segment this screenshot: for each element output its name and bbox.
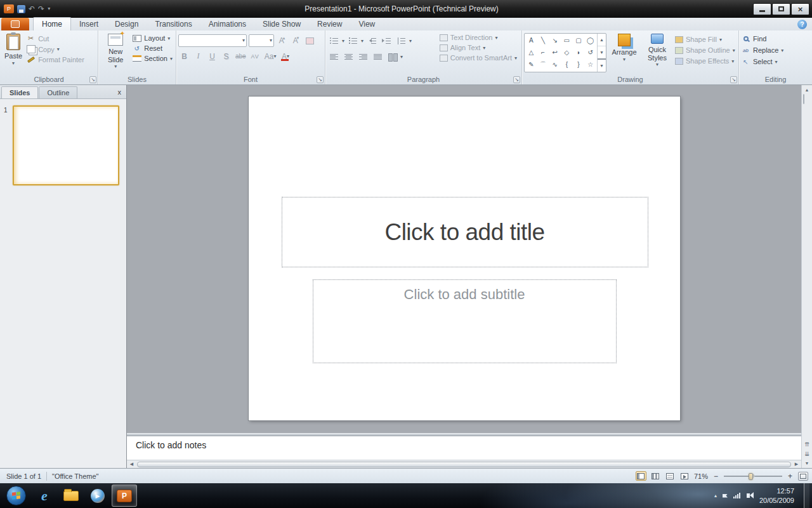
subtitle-placeholder[interactable]: Click to add subtitle (313, 279, 617, 363)
bold-button[interactable]: B (178, 50, 190, 62)
character-spacing-button[interactable]: AV (249, 50, 261, 62)
copy-button[interactable]: Copy ▾ (26, 45, 84, 53)
justify-button[interactable] (371, 51, 384, 62)
ribbon-tab[interactable]: Insert (71, 18, 107, 30)
align-left-button[interactable] (327, 51, 340, 62)
shape-item[interactable]: { (566, 62, 568, 68)
align-center-button[interactable] (342, 51, 355, 62)
decrease-indent-button[interactable] (365, 35, 378, 46)
arrange-button[interactable]: Arrange ▾ (606, 32, 642, 74)
text-shadow-button[interactable]: S (220, 50, 232, 62)
paste-button[interactable]: Paste ▾ (2, 32, 25, 74)
change-case-button[interactable]: Aa▾ (263, 50, 278, 62)
font-color-button[interactable]: A▾ (279, 50, 291, 62)
numbering-button[interactable] (346, 35, 359, 46)
vertical-scrollbar-track[interactable] (802, 95, 812, 439)
start-button[interactable] (6, 486, 26, 505)
slide-sorter-view-button[interactable] (650, 471, 661, 481)
format-painter-button[interactable]: Format Painter (26, 56, 84, 64)
replace-button[interactable]: ab Replace ▾ (741, 46, 810, 54)
ribbon-tab[interactable]: Slide Show (254, 18, 309, 30)
font-name-combo[interactable]: ▾ (178, 34, 247, 47)
shape-item[interactable]: ↘ (552, 37, 557, 44)
shape-item[interactable]: ◯ (587, 37, 594, 44)
panel-close-button[interactable]: x (118, 88, 122, 96)
ribbon-tab[interactable]: Design (107, 18, 147, 30)
clock[interactable]: 12:57 20/05/2009 (756, 486, 798, 505)
font-size-combo[interactable]: ▾ (249, 34, 274, 47)
theme-name[interactable]: "Office Theme" (52, 472, 98, 480)
paragraph-dialog-launcher[interactable]: ↘ (513, 76, 520, 83)
select-button[interactable]: ↖ Select ▾ (741, 58, 810, 65)
strikethrough-button[interactable]: abe (234, 50, 247, 62)
redo-icon[interactable]: ↷ (38, 5, 44, 13)
minimize-button[interactable] (753, 3, 771, 15)
undo-icon[interactable]: ↶ (29, 5, 35, 13)
italic-button[interactable]: I (192, 50, 204, 62)
volume-icon[interactable] (747, 493, 750, 498)
help-button[interactable]: ? (797, 20, 807, 29)
next-slide-button[interactable]: ⇊ (802, 449, 812, 458)
shape-item[interactable]: } (577, 62, 579, 68)
tray-expand-icon[interactable]: ▴ (714, 493, 717, 498)
columns-button[interactable] (386, 51, 398, 62)
ribbon-tab[interactable]: Transitions (147, 18, 200, 30)
action-center-icon[interactable] (723, 494, 728, 498)
panel-tab[interactable]: Outline (39, 86, 77, 98)
panel-tab[interactable]: Slides (1, 86, 38, 98)
shape-item[interactable]: ▭ (564, 37, 570, 44)
slideshow-view-button[interactable] (679, 471, 690, 481)
align-right-button[interactable] (357, 51, 369, 62)
shape-item[interactable]: ↺ (587, 50, 593, 56)
slide-thumbnail[interactable] (13, 105, 119, 185)
shapes-scroll-down-button[interactable]: ▼ (598, 46, 606, 58)
section-button[interactable]: Section ▾ (132, 55, 173, 62)
align-text-button[interactable]: Align Text ▾ (440, 44, 517, 51)
numbering-dropdown-icon[interactable]: ▾ (361, 39, 363, 44)
show-desktop-button[interactable] (804, 483, 809, 508)
normal-view-button[interactable] (636, 471, 646, 481)
shape-item[interactable]: ↩ (552, 50, 557, 56)
zoom-out-button[interactable]: − (712, 472, 720, 481)
shape-item[interactable]: ◗ (577, 50, 580, 56)
shapes-scroll-up-button[interactable]: ▲ (598, 34, 606, 46)
shapes-more-button[interactable]: ▼ (598, 58, 606, 72)
network-icon[interactable] (733, 493, 741, 498)
app-icon[interactable]: P (4, 4, 14, 13)
ribbon-tab[interactable]: Animations (200, 18, 254, 30)
find-button[interactable]: Find (741, 35, 810, 43)
taskbar-ie-button[interactable]: e (32, 485, 57, 507)
text-direction-button[interactable]: Text Direction ▾ (440, 34, 517, 41)
reset-button[interactable]: ↺ Reset (132, 44, 173, 52)
shape-item[interactable]: ╲ (541, 37, 545, 44)
file-button[interactable] (1, 18, 29, 30)
slide-counter[interactable]: Slide 1 of 1 (0, 472, 41, 480)
columns-dropdown-icon[interactable]: ▾ (400, 55, 403, 60)
shape-item[interactable]: ⌒ (540, 62, 546, 68)
layout-button[interactable]: Layout ▾ (132, 34, 173, 42)
shape-item[interactable]: ∿ (552, 62, 557, 68)
scroll-right-button[interactable]: ▶ (792, 462, 801, 467)
shape-item[interactable]: △ (528, 50, 534, 56)
shape-outline-button[interactable]: Shape Outline ▾ (675, 46, 735, 54)
drawing-dialog-launcher[interactable]: ↘ (730, 76, 737, 83)
scroll-down-button[interactable]: ▼ (802, 458, 812, 468)
taskbar-explorer-button[interactable] (58, 485, 84, 507)
clipboard-dialog-launcher[interactable]: ↘ (89, 76, 96, 83)
reading-view-button[interactable] (665, 471, 676, 481)
shape-fill-button[interactable]: Shape Fill ▾ (675, 36, 735, 43)
quick-styles-button[interactable]: Quick Styles ▾ (642, 32, 672, 74)
clear-formatting-button[interactable] (304, 35, 316, 47)
zoom-slider-thumb[interactable] (749, 473, 753, 480)
cut-button[interactable]: ✂ Cut (26, 34, 84, 43)
grow-font-button[interactable]: A▴ (276, 35, 288, 47)
scroll-up-button[interactable]: ▲ (802, 85, 812, 95)
slide[interactable]: Click to add title Click to add subtitle (249, 97, 680, 420)
horizontal-scrollbar-thumb[interactable] (137, 462, 791, 467)
shape-item[interactable]: ▢ (575, 37, 581, 44)
fit-to-window-button[interactable] (798, 472, 808, 481)
shrink-font-button[interactable]: A▾ (290, 35, 302, 47)
title-placeholder[interactable]: Click to add title (282, 197, 648, 267)
zoom-in-button[interactable]: + (786, 472, 794, 481)
increase-indent-button[interactable] (380, 35, 393, 46)
